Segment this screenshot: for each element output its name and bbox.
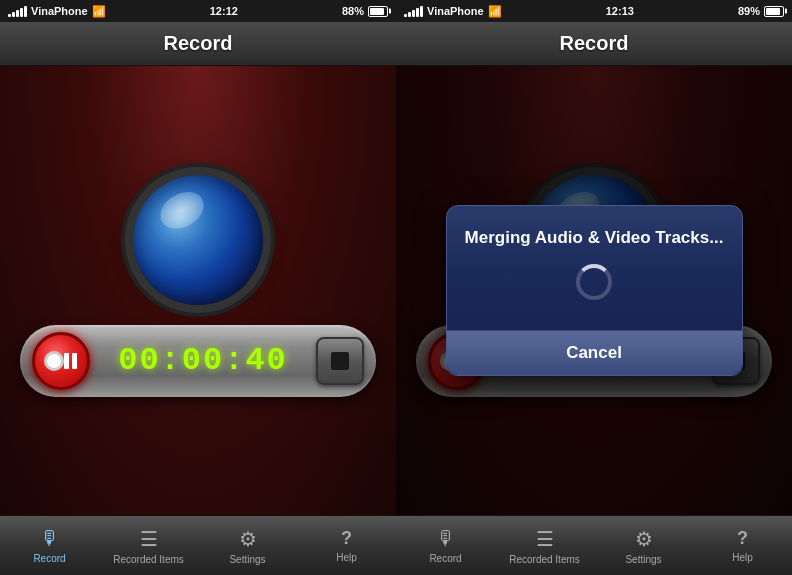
pause-bar-left-1 bbox=[64, 353, 69, 369]
dialog-title: Merging Audio & Video Tracks... bbox=[463, 226, 726, 250]
tab-recorded-items-2[interactable]: ☰ Recorded Items bbox=[495, 521, 594, 571]
header-1: Record bbox=[0, 22, 396, 66]
tab-help-label-1: Help bbox=[336, 552, 357, 563]
battery-percent-1: 88% bbox=[342, 5, 364, 17]
status-time-2: 12:13 bbox=[606, 5, 634, 17]
signal-bar bbox=[20, 8, 23, 17]
signal-bars-1 bbox=[8, 6, 27, 17]
tab-help-2[interactable]: ? Help bbox=[693, 522, 792, 569]
battery-icon-1 bbox=[368, 6, 388, 17]
tab-settings-icon-1: ⚙ bbox=[239, 527, 257, 551]
tab-bar-2: 🎙 Record ☰ Recorded Items ⚙ Settings ? H… bbox=[396, 515, 792, 575]
tab-record-2[interactable]: 🎙 Record bbox=[396, 521, 495, 570]
tab-settings-1[interactable]: ⚙ Settings bbox=[198, 521, 297, 571]
camera-lens-container-1 bbox=[133, 175, 263, 305]
main-content-1: 00:00:40 bbox=[0, 66, 396, 515]
battery-fill-2 bbox=[766, 8, 780, 15]
stop-button-1[interactable] bbox=[316, 337, 364, 385]
status-left-1: VinaPhone 📶 bbox=[8, 5, 106, 18]
tab-recorded-icon-1: ☰ bbox=[140, 527, 158, 551]
status-bar-2: VinaPhone 📶 12:13 89% bbox=[396, 0, 792, 22]
tab-settings-2[interactable]: ⚙ Settings bbox=[594, 521, 693, 571]
signal-bar bbox=[12, 12, 15, 17]
dialog-content: Merging Audio & Video Tracks... bbox=[447, 206, 742, 330]
tab-recorded-label-1: Recorded Items bbox=[113, 554, 184, 565]
status-right-1: 88% bbox=[342, 5, 388, 17]
record-pause-button-1[interactable] bbox=[32, 332, 90, 390]
time-display-1: 12:12 bbox=[210, 5, 238, 17]
wifi-icon-1: 📶 bbox=[92, 5, 106, 18]
tab-settings-label-2: Settings bbox=[625, 554, 661, 565]
time-display-2: 12:13 bbox=[606, 5, 634, 17]
phone-panel-1: VinaPhone 📶 12:12 88% Record bbox=[0, 0, 396, 575]
main-content-2: 00:00:40 Merging Audio & Video Tracks...… bbox=[396, 66, 792, 515]
battery-fill-1 bbox=[370, 8, 384, 15]
signal-bar bbox=[420, 6, 423, 17]
tab-record-icon-1: 🎙 bbox=[40, 527, 60, 550]
wifi-icon-2: 📶 bbox=[488, 5, 502, 18]
controls-bar-1: 00:00:40 bbox=[20, 325, 376, 397]
status-time-1: 12:12 bbox=[210, 5, 238, 17]
header-2: Record bbox=[396, 22, 792, 66]
camera-lens-1 bbox=[133, 175, 263, 305]
tab-recorded-icon-2: ☰ bbox=[536, 527, 554, 551]
tab-record-label-2: Record bbox=[429, 553, 461, 564]
signal-bar bbox=[16, 10, 19, 17]
stop-square-icon-1 bbox=[331, 352, 349, 370]
battery-icon-2 bbox=[764, 6, 784, 17]
status-left-2: VinaPhone 📶 bbox=[404, 5, 502, 18]
tab-help-label-2: Help bbox=[732, 552, 753, 563]
tab-recorded-label-2: Recorded Items bbox=[509, 554, 580, 565]
tab-help-1[interactable]: ? Help bbox=[297, 522, 396, 569]
timer-display-1: 00:00:40 bbox=[118, 342, 288, 379]
tab-settings-label-1: Settings bbox=[229, 554, 265, 565]
dialog-box: Merging Audio & Video Tracks... Cancel bbox=[446, 205, 743, 376]
header-title-2: Record bbox=[560, 32, 629, 55]
tab-record-label-1: Record bbox=[33, 553, 65, 564]
tab-settings-icon-2: ⚙ bbox=[635, 527, 653, 551]
tab-record-1[interactable]: 🎙 Record bbox=[0, 521, 99, 570]
status-bar-1: VinaPhone 📶 12:12 88% bbox=[0, 0, 396, 22]
pause-bar-right-1 bbox=[72, 353, 77, 369]
tab-help-icon-2: ? bbox=[737, 528, 748, 549]
status-right-2: 89% bbox=[738, 5, 784, 17]
tab-help-icon-1: ? bbox=[341, 528, 352, 549]
carrier-label-2: VinaPhone bbox=[427, 5, 484, 17]
signal-bar bbox=[416, 8, 419, 17]
battery-percent-2: 89% bbox=[738, 5, 760, 17]
header-title-1: Record bbox=[164, 32, 233, 55]
dialog-overlay: Merging Audio & Video Tracks... Cancel bbox=[396, 66, 792, 515]
loading-spinner bbox=[576, 264, 612, 300]
signal-bar bbox=[24, 6, 27, 17]
signal-bar bbox=[408, 12, 411, 17]
dialog-cancel-button[interactable]: Cancel bbox=[447, 331, 742, 375]
phone-panel-2: VinaPhone 📶 12:13 89% Record bbox=[396, 0, 792, 575]
tab-bar-1: 🎙 Record ☰ Recorded Items ⚙ Settings ? H… bbox=[0, 515, 396, 575]
carrier-label-1: VinaPhone bbox=[31, 5, 88, 17]
tab-record-icon-2: 🎙 bbox=[436, 527, 456, 550]
signal-bar bbox=[8, 14, 11, 17]
signal-bars-2 bbox=[404, 6, 423, 17]
pause-icon-1 bbox=[64, 353, 77, 369]
signal-bar bbox=[404, 14, 407, 17]
tab-recorded-items-1[interactable]: ☰ Recorded Items bbox=[99, 521, 198, 571]
signal-bar bbox=[412, 10, 415, 17]
